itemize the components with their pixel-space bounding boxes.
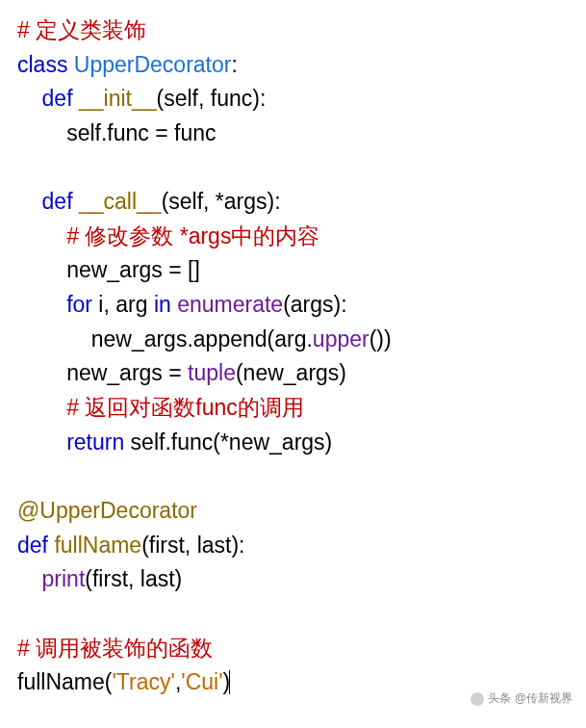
string-literal: 'Tracy' <box>112 669 174 694</box>
watermark-author: @传新视界 <box>515 689 573 708</box>
watermark-icon <box>471 692 484 706</box>
method-call: __call__ <box>79 189 162 214</box>
call-tail: ()) <box>369 326 392 351</box>
builtin-tuple: tuple <box>188 360 236 385</box>
stmt-assign: new_args = [] <box>66 257 200 282</box>
keyword-for: for <box>66 292 92 317</box>
comment-line: # 返回对函数func的调用 <box>66 395 304 420</box>
punct-colon: : <box>231 52 237 77</box>
decorator-line: @UpperDecorator <box>17 498 197 523</box>
stmt-assign: new_args = <box>66 360 188 385</box>
keyword-def: def <box>42 189 73 214</box>
return-expr: self.func(*new_args) <box>124 429 332 455</box>
comment-line: # 调用被装饰的函数 <box>17 636 213 661</box>
text-cursor-icon <box>229 670 230 694</box>
watermark-label: 头条 <box>488 689 511 708</box>
code-block: # 定义类装饰 class UpperDecorator: def __init… <box>17 13 569 700</box>
keyword-def: def <box>17 533 48 558</box>
params: (self, *args): <box>162 189 281 214</box>
call-tail: (new_args) <box>236 360 346 385</box>
keyword-return: return <box>66 429 124 455</box>
for-vars: i, arg <box>92 292 154 317</box>
builtin-upper: upper <box>313 326 369 351</box>
call-tail: (first, last) <box>85 566 182 591</box>
keyword-def: def <box>42 86 73 111</box>
comment-line: # 修改参数 *args中的内容 <box>66 223 319 248</box>
keyword-class: class <box>17 52 67 77</box>
call-tail: (args): <box>283 292 346 317</box>
stmt-call: new_args.append(arg. <box>91 326 313 351</box>
method-init: __init__ <box>79 86 157 111</box>
watermark: 头条 @传新视界 <box>471 689 573 708</box>
params: (first, last): <box>141 533 244 558</box>
call-func: fullName <box>17 669 105 694</box>
keyword-in: in <box>154 292 171 317</box>
comment-line: # 定义类装饰 <box>17 17 146 42</box>
builtin-enumerate: enumerate <box>171 292 283 317</box>
func-name: fullName <box>54 533 141 558</box>
params: (self, func): <box>157 86 267 111</box>
class-name: UpperDecorator <box>74 52 232 77</box>
stmt-assign: self.func = func <box>66 120 216 145</box>
builtin-print: print <box>42 566 86 591</box>
string-literal: 'Cui' <box>181 669 222 694</box>
